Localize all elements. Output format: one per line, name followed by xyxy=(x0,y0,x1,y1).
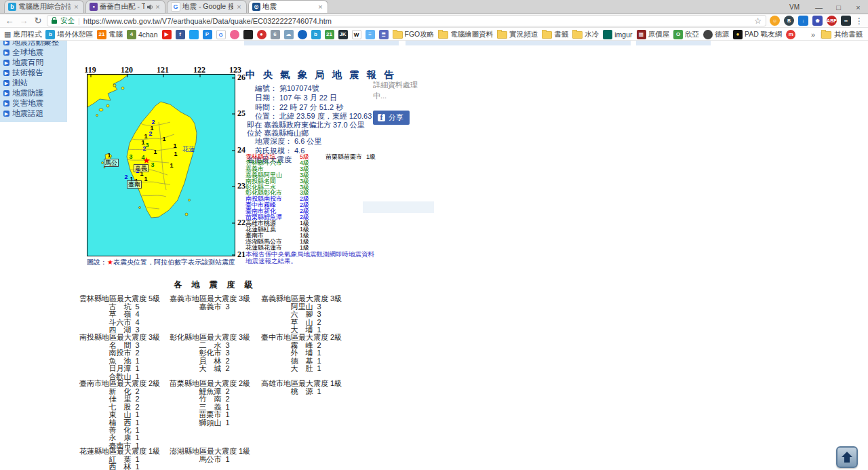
region-station-value: 3 xyxy=(225,341,229,349)
region-station-name: 外 埔 xyxy=(290,349,313,357)
bookmark-label: imgur xyxy=(614,31,632,39)
bookmark-item[interactable] xyxy=(298,30,307,39)
sidebar-item[interactable]: ▶全球地震 xyxy=(3,47,67,58)
station-intensity-value: 1 xyxy=(174,151,177,157)
bookmark-item[interactable] xyxy=(230,30,239,39)
bookmark-item[interactable]: 德源 xyxy=(703,30,729,39)
sidebar-item[interactable]: ▶地震防護 xyxy=(3,88,67,98)
region-station-value: 3 xyxy=(135,341,139,349)
bookmark-item[interactable]: O欣亞 xyxy=(673,30,699,39)
browser-tab[interactable]: G地震 - Google 搜尋× xyxy=(167,0,247,13)
bookmark-item[interactable] xyxy=(189,30,199,39)
bookmark-folder[interactable]: 實況頻道 xyxy=(497,30,538,39)
earthquake-report: 中 央 氣 象 局 地 震 報 告 編號：第107074號日期：107 年 3 … xyxy=(245,68,372,163)
dark-extension-icon[interactable]: ▪▪ xyxy=(841,16,851,26)
region-group: 嘉義市地區最大震度 3級嘉義市3 xyxy=(170,294,259,311)
b-extension-icon[interactable]: B xyxy=(784,16,794,26)
region-station-value: 2 xyxy=(135,395,139,403)
bookmark-item[interactable]: ▦原價屋 xyxy=(637,30,670,39)
bookmark-item[interactable]: JK xyxy=(338,30,348,39)
browser-tab[interactable]: ⊙地震× xyxy=(248,0,328,13)
sidebar-item[interactable]: ▶地震百問 xyxy=(3,58,67,68)
region-station-name: 斗六市 xyxy=(108,318,131,326)
region-station-name: 日月潭 xyxy=(108,364,131,372)
bookmark-item[interactable]: G xyxy=(216,30,226,39)
tab-close-icon[interactable]: × xyxy=(73,3,80,11)
bookmark-folder[interactable]: FGO攻略 xyxy=(393,30,435,39)
region-station-value: 4 xyxy=(135,310,139,318)
red-dot-site-icon: ● xyxy=(257,30,267,39)
bookmark-item[interactable]: ≡ xyxy=(366,30,375,39)
bookmark-item[interactable]: b場外休憩區 xyxy=(45,30,93,39)
bookmark-item[interactable]: imgur xyxy=(603,30,632,39)
forward-icon[interactable]: → xyxy=(18,16,29,26)
bookmark-item[interactable]: ☁ xyxy=(284,30,294,39)
field-value: 位於 嘉義縣梅山鄉 xyxy=(247,129,309,137)
sidebar-item[interactable]: ▶測站 xyxy=(3,78,67,88)
region-station-value: 1 xyxy=(135,418,139,427)
tab-close-icon[interactable]: × xyxy=(154,3,161,11)
other-bookmarks-label: 其他書籤 xyxy=(834,30,863,39)
sidebar-item[interactable]: ▶技術報告 xyxy=(3,68,67,78)
bookmarks-overflow-icon[interactable]: » xyxy=(811,31,815,39)
bookmark-item[interactable] xyxy=(243,30,253,39)
back-to-top-button[interactable] xyxy=(836,446,858,468)
caption-suffix: 表震央位置，阿拉伯數字表示該測站震度 xyxy=(113,258,235,266)
other-bookmarks-folder[interactable]: 其他書籤 xyxy=(821,30,863,39)
bookmark-item[interactable]: ≣ xyxy=(379,30,389,39)
shield-extension-icon[interactable]: ⬟ xyxy=(812,16,823,26)
bookmark-item[interactable]: W xyxy=(352,30,361,39)
emoji-extension-icon[interactable]: ☺ xyxy=(770,16,780,26)
bookmark-label: PAD 戰友網 xyxy=(745,30,782,39)
lines-site-icon: ≣ xyxy=(379,30,389,39)
region-station-name: 古 坑 xyxy=(108,302,131,311)
clipped-header-box xyxy=(406,41,631,45)
tab-title: 薔薔自由配 - Twitch xyxy=(100,2,145,12)
bookmark-item[interactable]: 44chan xyxy=(127,30,158,39)
url-bar[interactable]: 安全 | https://www.cwb.gov.tw/V7/earthquak… xyxy=(47,15,766,26)
minimize-button[interactable]: — xyxy=(809,3,829,12)
close-button[interactable]: × xyxy=(848,3,868,12)
bookmark-item[interactable]: ●PAD 戰友網 xyxy=(733,30,782,39)
browser-menu-icon[interactable]: ⋮ xyxy=(854,16,864,26)
tab-audio-icon[interactable] xyxy=(147,4,153,10)
tab-close-icon[interactable]: × xyxy=(317,3,324,11)
url-text[interactable]: https://www.cwb.gov.tw/V7/earthquake/Dat… xyxy=(83,17,751,25)
security-label: 安全 xyxy=(60,16,75,26)
bookmark-item[interactable]: ▶ xyxy=(162,30,172,39)
adblock-plus-icon[interactable]: ABP xyxy=(827,16,837,26)
region-station-name: 三 義 xyxy=(199,403,221,411)
bookmark-star-icon[interactable]: ☆ xyxy=(754,16,762,26)
bookmark-item[interactable]: ▦應用程式 xyxy=(4,30,41,39)
maximize-button[interactable]: □ xyxy=(829,3,848,12)
facebook-share-button[interactable]: f 分享 xyxy=(373,111,410,125)
bookmark-item[interactable]: mmarumaru xyxy=(786,30,797,39)
bookmarks-bar: ▦應用程式b場外休憩區21電腦44chan▶fPG●6☁b21JKW≡≣FGO攻… xyxy=(0,28,868,41)
back-icon[interactable]: ← xyxy=(4,16,15,26)
report-field: 位於 嘉義縣梅山鄉 xyxy=(245,130,372,138)
region-group: 花蓮縣地區最大震度 1級紅 葉1西 林1 xyxy=(79,447,169,470)
bookmark-item[interactable]: 21 xyxy=(325,30,334,39)
bookmark-item[interactable]: P xyxy=(203,30,212,39)
sidebar-item[interactable]: ▶地震活動彙整 xyxy=(3,41,67,47)
bookmark-label: 4chan xyxy=(138,31,158,39)
bookmark-item[interactable]: b xyxy=(311,30,321,39)
reload-icon[interactable]: ↻ xyxy=(33,16,43,26)
region-station-row: 西 林1 xyxy=(79,463,169,470)
tab-close-icon[interactable]: × xyxy=(235,3,243,11)
folder-icon xyxy=(438,31,448,39)
arrow-bullet-icon: ▶ xyxy=(3,90,9,96)
max-intensity-list: 雲林縣古坑5級苗栗縣苗栗市1級雲林縣斗六市4級嘉義市3級嘉義縣阿里山3級南投縣名… xyxy=(245,154,381,251)
download-extension-icon[interactable]: ↓ xyxy=(798,16,808,26)
bookmark-item[interactable]: ● xyxy=(257,30,267,39)
browser-tab[interactable]: ▪薔薔自由配 - Twitch× xyxy=(85,0,165,13)
bookmark-folder[interactable]: 電腦繪圖資料 xyxy=(438,30,493,39)
browser-tab[interactable]: b電腦應用綜合討論 哈啦...× xyxy=(4,0,84,13)
sidebar-item[interactable]: ▶地震話題 xyxy=(3,109,67,119)
bookmark-folder[interactable]: 書籤 xyxy=(542,30,568,39)
bookmark-item[interactable]: f xyxy=(176,30,185,39)
bookmark-folder[interactable]: 水冷 xyxy=(572,30,599,39)
bookmark-item[interactable]: 21電腦 xyxy=(97,30,123,39)
bookmark-item[interactable]: 6 xyxy=(271,30,280,39)
sidebar-item[interactable]: ▶災害地震 xyxy=(3,98,67,109)
